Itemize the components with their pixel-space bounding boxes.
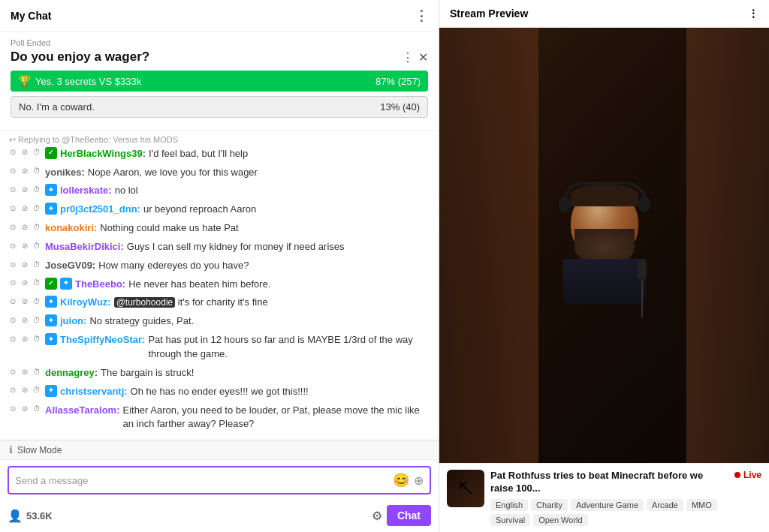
message-timeout-icon[interactable]: ⏱ bbox=[32, 404, 42, 415]
stream-info-bar: ⛏ Pat Rothfuss tries to beat Minecraft b… bbox=[439, 463, 769, 532]
stream-tag[interactable]: Arcade bbox=[647, 499, 683, 511]
chat-message-row: ⊙ ⊘ ⏱ dennagrey: The bargain is struck! bbox=[8, 364, 431, 383]
poll-section: Poll Ended Do you enjoy a wager? ⋮ ✕ 🏆 Y… bbox=[0, 32, 439, 131]
chat-username[interactable]: TheBeebo: bbox=[75, 278, 125, 292]
message-react-icon[interactable]: ⊙ bbox=[8, 167, 18, 177]
message-ban-icon[interactable]: ⊘ bbox=[20, 260, 30, 270]
message-ban-icon[interactable]: ⊘ bbox=[20, 185, 30, 195]
message-timeout-icon[interactable]: ⏱ bbox=[32, 296, 42, 307]
message-timeout-icon[interactable]: ⏱ bbox=[32, 167, 42, 177]
chat-username[interactable]: HerBlackWings39: bbox=[60, 147, 146, 161]
chat-mention[interactable]: @turbohoodie bbox=[114, 297, 176, 308]
message-action-icons: ⊙ ⊘ ⏱ bbox=[8, 167, 42, 177]
message-timeout-icon[interactable]: ⏱ bbox=[32, 148, 42, 158]
stream-tag[interactable]: MMO bbox=[686, 499, 717, 511]
message-timeout-icon[interactable]: ⏱ bbox=[32, 334, 42, 344]
chat-message-input[interactable] bbox=[15, 475, 388, 486]
message-timeout-icon[interactable]: ⏱ bbox=[32, 203, 42, 214]
message-react-icon[interactable]: ⊙ bbox=[8, 203, 18, 214]
message-timeout-icon[interactable]: ⏱ bbox=[32, 315, 42, 326]
message-ban-icon[interactable]: ⊘ bbox=[20, 367, 30, 377]
message-ban-icon[interactable]: ⊘ bbox=[20, 404, 30, 415]
message-timeout-icon[interactable]: ⏱ bbox=[32, 241, 42, 251]
message-ban-icon[interactable]: ⊘ bbox=[20, 241, 30, 251]
message-timeout-icon[interactable]: ⏱ bbox=[32, 222, 42, 233]
message-ban-icon[interactable]: ⊘ bbox=[20, 386, 30, 396]
message-ban-icon[interactable]: ⊘ bbox=[20, 167, 30, 177]
chat-username[interactable]: JoseGV09: bbox=[45, 259, 95, 273]
message-react-icon[interactable]: ⊙ bbox=[8, 386, 18, 396]
message-react-icon[interactable]: ⊙ bbox=[8, 334, 18, 344]
chat-username[interactable]: pr0j3ct2501_dnn: bbox=[60, 203, 140, 217]
chat-username[interactable]: dennagrey: bbox=[45, 366, 98, 380]
message-react-icon[interactable]: ⊙ bbox=[8, 315, 18, 326]
poll-option-no-pct: 13% bbox=[380, 101, 400, 113]
chat-message-text: ur beyond reproach Aaron bbox=[143, 203, 256, 217]
chat-settings-button[interactable]: ⚙ bbox=[372, 509, 382, 523]
chat-send-button[interactable]: Chat bbox=[387, 505, 431, 526]
left-panel-menu-icon[interactable]: ⋮ bbox=[415, 8, 428, 24]
headphone-right bbox=[638, 196, 650, 212]
mic-stand bbox=[623, 259, 661, 319]
stream-menu-icon[interactable]: ⋮ bbox=[748, 8, 758, 20]
chat-username[interactable]: KilroyWuz: bbox=[60, 296, 111, 310]
chat-bottom-bar: 👤 53.6K ⚙ Chat bbox=[0, 500, 439, 532]
message-timeout-icon[interactable]: ⏱ bbox=[32, 185, 42, 195]
stream-thumbnail: ⛏ bbox=[447, 470, 484, 507]
chat-message-row: ⊙ ⊘ ⏱ ✦lollerskate: no lol bbox=[8, 182, 431, 200]
message-timeout-icon[interactable]: ⏱ bbox=[32, 367, 42, 377]
chat-message-group: ⊙ ⊘ ⏱ ✦KilroyWuz: @turbohoodie it's for … bbox=[8, 293, 431, 312]
message-ban-icon[interactable]: ⊘ bbox=[20, 334, 30, 344]
stream-tag[interactable]: Charity bbox=[531, 499, 568, 511]
chat-username[interactable]: TheSpiffyNeoStar: bbox=[60, 333, 145, 347]
message-ban-icon[interactable]: ⊘ bbox=[20, 278, 30, 289]
poll-option-yes-content: 🏆 Yes. 3 secrets VS $333k 87% (257) bbox=[18, 75, 421, 87]
poll-close-button[interactable]: ✕ bbox=[418, 50, 428, 65]
message-action-icons: ⊙ ⊘ ⏱ bbox=[8, 222, 42, 233]
message-timeout-icon[interactable]: ⏱ bbox=[32, 278, 42, 289]
stream-tag[interactable]: Survival bbox=[490, 514, 530, 526]
chat-username[interactable]: MusaBekirDikici: bbox=[45, 240, 124, 254]
message-ban-icon[interactable]: ⊘ bbox=[20, 315, 30, 326]
chat-username[interactable]: christservantj: bbox=[60, 385, 128, 399]
poll-option-no-label: No. I'm a coward. bbox=[19, 101, 95, 113]
message-timeout-icon[interactable]: ⏱ bbox=[32, 386, 42, 396]
chat-username[interactable]: lollerskate: bbox=[60, 184, 112, 198]
chat-message-row: ⊙ ⊘ ⏱ ✦christservantj: Oh he has no ende… bbox=[8, 383, 431, 401]
message-react-icon[interactable]: ⊙ bbox=[8, 260, 18, 270]
stream-tag[interactable]: English bbox=[490, 499, 528, 511]
poll-option-no[interactable]: No. I'm a coward. 13% (40) bbox=[11, 96, 428, 118]
message-ban-icon[interactable]: ⊘ bbox=[20, 148, 30, 158]
chat-username[interactable]: AllasseTaralom: bbox=[45, 404, 119, 418]
stream-tag[interactable]: Adventure Game bbox=[571, 499, 644, 511]
stream-tags: EnglishCharityAdventure GameArcadeMMOSur… bbox=[490, 499, 728, 526]
poll-menu-button[interactable]: ⋮ bbox=[402, 50, 414, 65]
poll-status: Poll Ended bbox=[11, 38, 428, 47]
chat-message-group: ⊙ ⊘ ⏱ JoseGV09: How many edereyes do you… bbox=[8, 257, 431, 275]
message-react-icon[interactable]: ⊙ bbox=[8, 148, 18, 158]
message-react-icon[interactable]: ⊙ bbox=[8, 241, 18, 251]
message-react-icon[interactable]: ⊙ bbox=[8, 296, 18, 307]
right-panel: Stream Preview ⋮ bbox=[439, 0, 769, 532]
chat-extra-button[interactable]: ⊕ bbox=[414, 473, 424, 488]
chat-emoji-button[interactable]: 😊 bbox=[393, 472, 409, 488]
message-react-icon[interactable]: ⊙ bbox=[8, 404, 18, 415]
chat-username[interactable]: juion: bbox=[60, 314, 86, 329]
message-react-icon[interactable]: ⊙ bbox=[8, 278, 18, 289]
message-react-icon[interactable]: ⊙ bbox=[8, 185, 18, 195]
stream-tag[interactable]: Open World bbox=[533, 514, 588, 526]
message-ban-icon[interactable]: ⊘ bbox=[20, 222, 30, 233]
message-ban-icon[interactable]: ⊘ bbox=[20, 203, 30, 214]
reply-indicator: ↩ Replying to @TheBeebo: Versus his MODS bbox=[8, 132, 431, 145]
chat-username[interactable]: yonikes: bbox=[45, 166, 85, 180]
message-react-icon[interactable]: ⊙ bbox=[8, 222, 18, 233]
chat-username[interactable]: konakokiri: bbox=[45, 221, 97, 236]
message-ban-icon[interactable]: ⊘ bbox=[20, 296, 30, 307]
chat-message-row: ⊙ ⊘ ⏱ ✓HerBlackWings39: I'd feel bad, bu… bbox=[8, 145, 431, 164]
chat-message-text: Either Aaron, you need to be louder, or … bbox=[122, 404, 431, 432]
poll-option-yes-stats: 87% (257) bbox=[375, 76, 421, 87]
poll-option-yes[interactable]: 🏆 Yes. 3 secrets VS $333k 87% (257) bbox=[11, 71, 428, 92]
message-timeout-icon[interactable]: ⏱ bbox=[32, 260, 42, 270]
poll-option-no-count: (40) bbox=[403, 101, 420, 113]
message-react-icon[interactable]: ⊙ bbox=[8, 367, 18, 377]
